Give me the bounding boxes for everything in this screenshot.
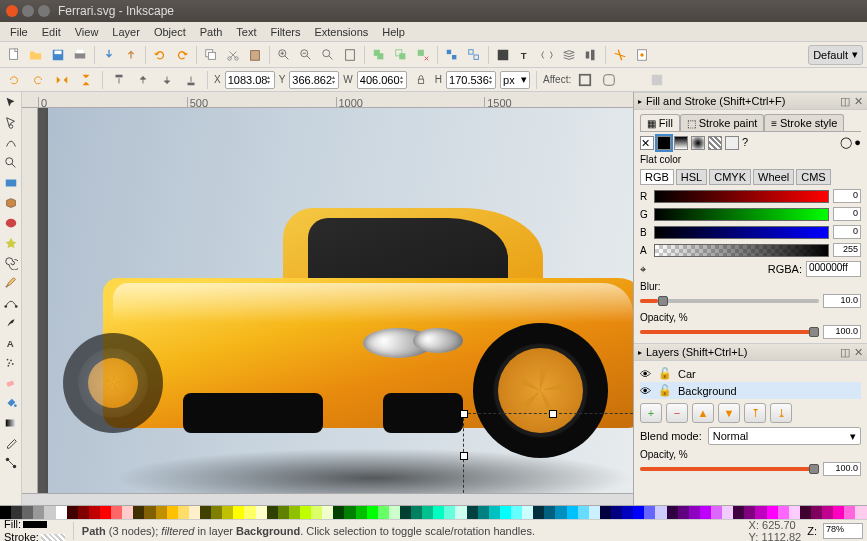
layer-opacity-value[interactable]: 100.0	[823, 462, 861, 476]
selection-box[interactable]	[463, 413, 633, 493]
menu-filters[interactable]: Filters	[265, 24, 307, 40]
undo-button[interactable]	[150, 45, 170, 65]
eyedropper-icon[interactable]: ⌖	[640, 263, 646, 276]
close-icon[interactable]: ✕	[854, 95, 863, 108]
colormode-cms[interactable]: CMS	[796, 169, 830, 185]
palette-swatch[interactable]	[467, 506, 478, 519]
palette-swatch[interactable]	[256, 506, 267, 519]
palette-swatch[interactable]	[855, 506, 866, 519]
zoom-fit-button[interactable]	[318, 45, 338, 65]
dock-icon[interactable]: ◫	[840, 95, 850, 108]
palette-swatch[interactable]	[700, 506, 711, 519]
fill-opacity-value[interactable]: 100.0	[823, 325, 861, 339]
palette-swatch[interactable]	[744, 506, 755, 519]
palette-swatch[interactable]	[689, 506, 700, 519]
palette-swatch[interactable]	[533, 506, 544, 519]
paint-swatch-button[interactable]	[725, 136, 739, 150]
palette-swatch[interactable]	[156, 506, 167, 519]
palette-swatch[interactable]	[300, 506, 311, 519]
unlink-clone-button[interactable]	[413, 45, 433, 65]
palette-swatch[interactable]	[222, 506, 233, 519]
lower-layer-button[interactable]: ▼	[718, 403, 740, 423]
style-preset-combo[interactable]: Default ▾	[808, 45, 863, 65]
ruler-vertical[interactable]	[22, 108, 38, 493]
fill-opacity-slider[interactable]	[640, 330, 819, 334]
palette-swatch[interactable]	[455, 506, 466, 519]
a-slider[interactable]	[654, 244, 829, 257]
palette-swatch[interactable]	[567, 506, 578, 519]
h-field[interactable]: 170.536▴▾	[446, 71, 496, 89]
tab-fill[interactable]: ▦ Fill	[640, 114, 680, 131]
palette-swatch[interactable]	[444, 506, 455, 519]
palette-swatch[interactable]	[178, 506, 189, 519]
palette-swatch[interactable]	[167, 506, 178, 519]
lower-button[interactable]	[157, 70, 177, 90]
paint-radial-button[interactable]	[691, 136, 705, 150]
zoom-field[interactable]: 78%	[823, 523, 863, 539]
status-stroke-swatch[interactable]	[41, 534, 65, 541]
fill-stroke-panel-header[interactable]: ▸ Fill and Stroke (Shift+Ctrl+F) ◫✕	[634, 92, 867, 110]
palette-swatch[interactable]	[111, 506, 122, 519]
dropper-tool[interactable]	[2, 434, 20, 452]
align-button[interactable]	[581, 45, 601, 65]
palette-swatch[interactable]	[578, 506, 589, 519]
palette-swatch[interactable]	[233, 506, 244, 519]
palette-swatch[interactable]	[789, 506, 800, 519]
palette-swatch[interactable]	[667, 506, 678, 519]
palette-swatch[interactable]	[278, 506, 289, 519]
tab-stroke-paint[interactable]: ⬚ Stroke paint	[680, 114, 764, 131]
fill-stroke-button[interactable]	[493, 45, 513, 65]
node-tool[interactable]	[2, 114, 20, 132]
paint-unknown-button[interactable]: ?	[742, 136, 756, 150]
zoom-page-button[interactable]	[340, 45, 360, 65]
open-file-button[interactable]	[26, 45, 46, 65]
palette-swatch[interactable]	[411, 506, 422, 519]
palette-swatch[interactable]	[333, 506, 344, 519]
spray-tool[interactable]	[2, 354, 20, 372]
import-button[interactable]	[99, 45, 119, 65]
text-tool[interactable]: A	[2, 334, 20, 352]
eraser-tool[interactable]	[2, 374, 20, 392]
scrollbar-horizontal[interactable]	[22, 493, 633, 505]
menu-file[interactable]: File	[4, 24, 34, 40]
palette-swatch[interactable]	[367, 506, 378, 519]
palette-swatch[interactable]	[722, 506, 733, 519]
layers-panel-header[interactable]: ▸ Layers (Shift+Ctrl+L) ◫✕	[634, 343, 867, 361]
palette-swatch[interactable]	[378, 506, 389, 519]
ungroup-button[interactable]	[464, 45, 484, 65]
tab-stroke-style[interactable]: ≡ Stroke style	[764, 114, 844, 131]
colormode-hsl[interactable]: HSL	[676, 169, 707, 185]
palette-swatch[interactable]	[389, 506, 400, 519]
window-maximize-button[interactable]	[38, 5, 50, 17]
r-value[interactable]: 0	[833, 189, 861, 203]
flip-v-button[interactable]	[76, 70, 96, 90]
lock-aspect-button[interactable]	[411, 70, 431, 90]
palette-swatch[interactable]	[122, 506, 133, 519]
blend-mode-combo[interactable]: Normal▾	[708, 427, 861, 445]
palette-swatch[interactable]	[100, 506, 111, 519]
affect-pattern-button[interactable]	[647, 70, 667, 90]
new-document-button[interactable]	[4, 45, 24, 65]
lock-icon[interactable]: 🔓	[658, 384, 672, 397]
menu-path[interactable]: Path	[194, 24, 229, 40]
palette-swatch[interactable]	[200, 506, 211, 519]
palette-swatch[interactable]	[522, 506, 533, 519]
tweak-tool[interactable]	[2, 134, 20, 152]
palette-swatch[interactable]	[733, 506, 744, 519]
palette-swatch[interactable]	[800, 506, 811, 519]
palette-swatch[interactable]	[500, 506, 511, 519]
lower-bottom-button[interactable]	[181, 70, 201, 90]
palette-swatch[interactable]	[322, 506, 333, 519]
menu-object[interactable]: Object	[148, 24, 192, 40]
affect-gradient-button[interactable]	[623, 70, 643, 90]
add-layer-button[interactable]: +	[640, 403, 662, 423]
palette-swatch[interactable]	[133, 506, 144, 519]
zoom-tool[interactable]	[2, 154, 20, 172]
menu-layer[interactable]: Layer	[106, 24, 146, 40]
r-slider[interactable]	[654, 190, 829, 203]
colormode-rgb[interactable]: RGB	[640, 169, 674, 185]
bucket-tool[interactable]	[2, 394, 20, 412]
menu-text[interactable]: Text	[230, 24, 262, 40]
status-fill-swatch[interactable]	[23, 521, 47, 528]
pencil-tool[interactable]	[2, 274, 20, 292]
